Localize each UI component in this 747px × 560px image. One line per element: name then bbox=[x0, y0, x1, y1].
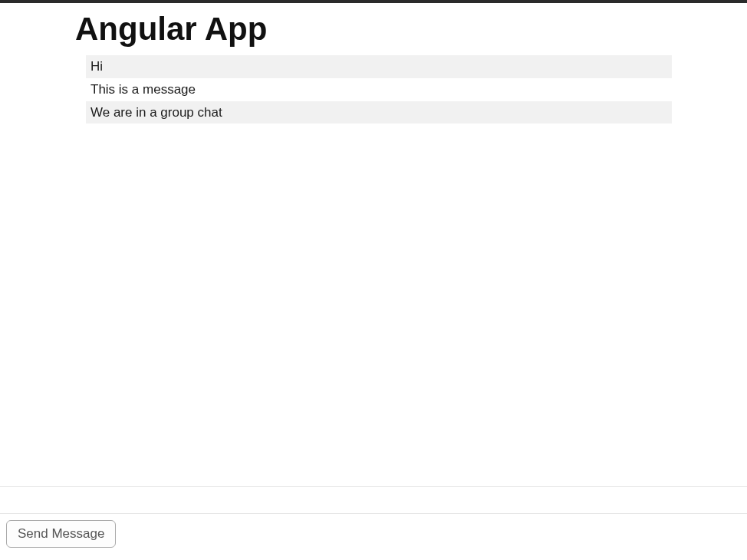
page-title: Angular App bbox=[75, 11, 672, 48]
message-list: Hi This is a message We are in a group c… bbox=[75, 55, 672, 124]
composer-footer: Send Message bbox=[0, 486, 747, 560]
main-content: Angular App Hi This is a message We are … bbox=[0, 3, 747, 124]
list-item: Hi bbox=[86, 55, 672, 78]
list-item: This is a message bbox=[86, 78, 672, 101]
send-message-button[interactable]: Send Message bbox=[6, 520, 116, 548]
message-input[interactable] bbox=[0, 486, 747, 514]
list-item: We are in a group chat bbox=[86, 101, 672, 124]
